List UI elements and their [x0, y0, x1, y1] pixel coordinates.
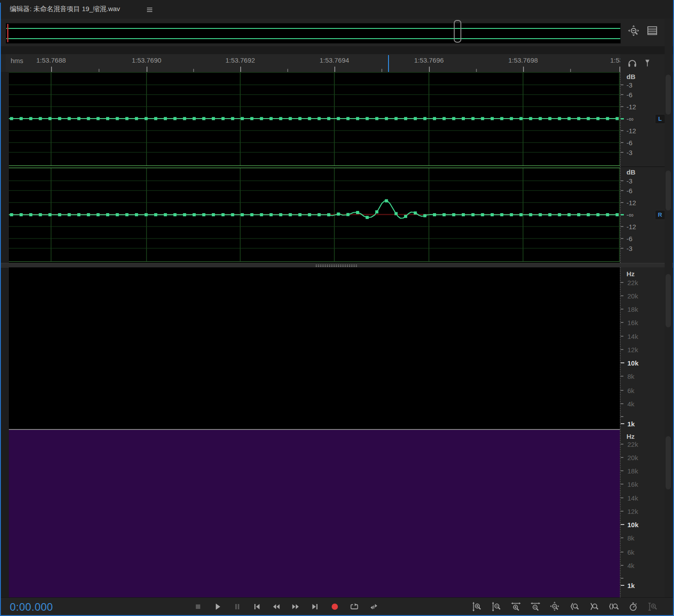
zoom-controls: [472, 601, 659, 612]
scrollbar-thumb[interactable]: [666, 75, 671, 115]
hz-scale-tick: [621, 322, 623, 323]
db-scale-tick: [621, 142, 623, 143]
hz-scale-label: 1k: [627, 582, 635, 589]
ruler-tick-major: [619, 67, 620, 72]
track-list-icon[interactable]: [646, 24, 658, 37]
scrollbar-thumb[interactable]: [666, 274, 671, 327]
zoom-in-vertical-button[interactable]: [472, 601, 483, 612]
ruler-tick-major: [240, 67, 241, 72]
timeline-ruler[interactable]: hms 1:53.76881:53.76901:53.76921:53.7694…: [0, 54, 674, 72]
hz-scale-tick: [621, 585, 624, 586]
hz-scale-tick: [621, 511, 623, 512]
focus-border-left: [0, 3, 1, 616]
play-button[interactable]: [212, 601, 224, 612]
db-scale-label: -6: [626, 187, 632, 195]
hz-scale-label: 20k: [627, 292, 638, 300]
spectral-display-right[interactable]: [9, 430, 620, 597]
ruler-tick-minor: [193, 69, 194, 72]
zoom-in-point-button[interactable]: [569, 601, 581, 612]
scale-divider: [621, 167, 665, 167]
scrollbar-thumb[interactable]: [666, 436, 671, 489]
ruler-strip[interactable]: hms 1:53.76881:53.76901:53.76921:53.7694…: [6, 54, 620, 72]
collapse-arrow-icon[interactable]: [652, 264, 658, 267]
db-scale-tick: [621, 94, 623, 95]
overview-playhead[interactable]: [7, 24, 8, 42]
hz-scale-tick: [621, 336, 623, 337]
overview-section: [0, 19, 674, 46]
hz-scale-tick: [621, 362, 624, 363]
channel-badge-left[interactable]: L: [655, 114, 665, 124]
stop-button[interactable]: [193, 601, 204, 612]
navigate-zoom-icon[interactable]: [627, 24, 640, 37]
hz-scale-label: 12k: [627, 346, 638, 354]
fast-forward-button[interactable]: [290, 601, 302, 612]
spectral-display-left[interactable]: [9, 267, 620, 429]
splitter-grip[interactable]: [315, 264, 358, 267]
ruler-time-label: 1:53.7690: [132, 56, 162, 64]
scrollbar-thumb[interactable]: [666, 171, 671, 211]
db-scale-rail: dB-3-6-12-∞-12-6-3dB-3-6-12-∞-12-6-3: [620, 72, 665, 263]
hz-scale-tick: [621, 416, 623, 417]
zoom-full-button[interactable]: [647, 601, 659, 612]
hz-scale-rail: Hz22k20k18k16k14k12k10k8k6k4k1kHz22k20k1…: [620, 267, 665, 597]
zoom-out-point-button[interactable]: [589, 601, 600, 612]
hz-scale-label: 6k: [627, 387, 634, 394]
playhead-marker[interactable]: [388, 55, 389, 72]
hz-scale-tick: [621, 282, 623, 283]
rewind-button[interactable]: [271, 601, 282, 612]
hz-scale-tick: [621, 457, 623, 458]
hz-scale-tick: [621, 524, 624, 525]
overview-waveform-left: [6, 28, 620, 29]
waveform-display[interactable]: [9, 72, 620, 263]
hz-scale-label: 8k: [627, 373, 634, 380]
headphones-icon[interactable]: [627, 58, 638, 69]
hz-scale-label: 12k: [627, 508, 638, 515]
hz-scale-label: 16k: [627, 481, 638, 488]
spacer-band: [0, 46, 674, 54]
hz-scale-label: 18k: [627, 467, 638, 475]
zoom-reset-button[interactable]: [550, 601, 561, 612]
db-scale-tick: [621, 180, 623, 181]
shuttle-arrows-button[interactable]: [369, 601, 380, 612]
channel-badge-right[interactable]: R: [655, 210, 665, 220]
zoom-in-horizontal-button[interactable]: [511, 601, 522, 612]
pause-button[interactable]: [232, 601, 243, 612]
ruler-time-label: 1:53.7696: [414, 56, 444, 64]
timer-button[interactable]: [628, 601, 639, 612]
ruler-tick-major: [429, 67, 430, 72]
ruler-tick-major: [147, 67, 147, 72]
view-region-handle[interactable]: [454, 20, 461, 43]
ruler-tick-minor: [570, 69, 571, 72]
loop-playback-button[interactable]: [349, 601, 361, 612]
ruler-time-label: 1:53.7694: [320, 56, 349, 64]
hz-scale-tick: [621, 390, 623, 391]
skip-to-end-button[interactable]: [310, 601, 321, 612]
hz-scale-header: Hz: [626, 270, 634, 278]
zoom-out-vertical-button[interactable]: [491, 601, 503, 612]
zoom-selection-button[interactable]: [608, 601, 620, 612]
db-scale-tick: [621, 214, 624, 215]
db-scale-label: -3: [626, 81, 632, 89]
hz-scale-tick: [621, 403, 623, 404]
vertical-scrollbar-rail[interactable]: [665, 19, 672, 597]
zoom-out-horizontal-button[interactable]: [530, 601, 542, 612]
time-display[interactable]: 0:00.000: [10, 601, 53, 613]
hz-scale-label: 14k: [627, 494, 638, 502]
overview-waveform-right: [6, 38, 620, 39]
hz-scale-label: 1k: [627, 420, 635, 428]
skip-to-start-button[interactable]: [251, 601, 263, 612]
hz-scale-label: 14k: [627, 333, 638, 340]
record-button[interactable]: [329, 601, 341, 612]
db-scale-tick: [621, 106, 623, 107]
panel-menu-icon[interactable]: [145, 4, 155, 14]
hz-scale-tick: [621, 537, 623, 538]
hz-scale-tick: [621, 295, 623, 296]
hz-scale-tick: [621, 376, 623, 377]
hz-scale-tick: [621, 423, 624, 424]
hz-scale-label: 4k: [627, 400, 634, 408]
audition-editor-panel: 编辑器: 未命名混音项目 19_缩混.wav hms 1:53.76881:53…: [0, 0, 674, 616]
pin-icon[interactable]: [642, 58, 654, 69]
db-scale-tick: [621, 84, 623, 85]
zoom-navigator-bar[interactable]: [6, 23, 621, 44]
hz-scale-label: 10k: [627, 359, 638, 367]
